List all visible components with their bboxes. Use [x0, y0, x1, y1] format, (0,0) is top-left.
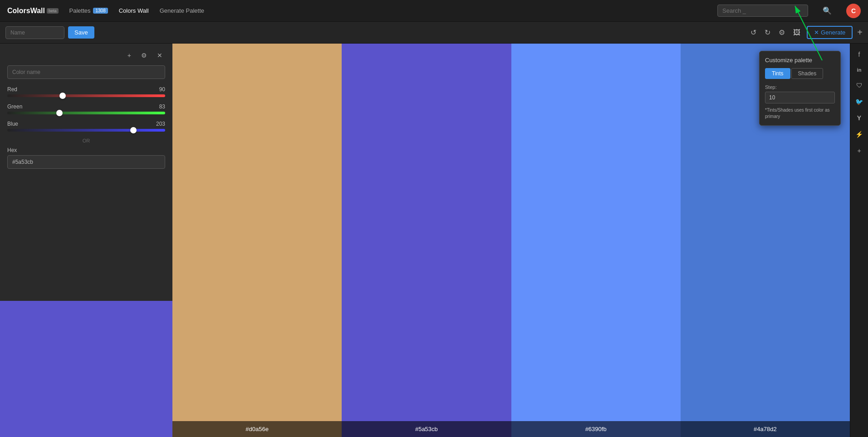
brand: ColorsWall beta	[7, 7, 59, 15]
customize-palette-popup: Customize palette Tints Shades Step: *Ti…	[759, 51, 841, 126]
top-navigation: ColorsWall beta Palettes 1308 Colors Wal…	[0, 0, 868, 22]
settings-color-icon-button[interactable]: ⚙	[138, 51, 150, 60]
palette-name-input[interactable]	[5, 26, 64, 39]
hex-label: Hex	[7, 147, 165, 153]
nav-colors-wall[interactable]: Colors Wall	[119, 7, 149, 14]
swatches-area: #d0a56e #5a53cb #6390fb #4a78d2	[172, 44, 850, 437]
swatch-2[interactable]: #5a53cb	[342, 44, 511, 437]
nav-palettes[interactable]: Palettes 1308	[69, 7, 108, 14]
green-value: 83	[159, 103, 165, 110]
red-value: 90	[159, 86, 165, 93]
green-slider-thumb[interactable]	[56, 110, 63, 116]
customize-note: *Tints/Shades uses first color as primar…	[765, 107, 835, 120]
red-label: Red	[7, 86, 17, 93]
step-label: Step:	[765, 84, 835, 90]
swatch-label-2: #5a53cb	[342, 421, 511, 437]
second-color-preview	[0, 301, 172, 437]
svg-line-1	[795, 6, 822, 60]
main-area: + ⚙ ✕ Red 90 Green 83	[0, 44, 868, 437]
red-slider-thumb[interactable]	[59, 93, 66, 99]
blue-value: 203	[156, 121, 165, 127]
yc-button[interactable]: Y	[850, 111, 868, 125]
swatches-row: #d0a56e #5a53cb #6390fb #4a78d2	[172, 44, 850, 437]
green-slider-group: Green 83	[7, 103, 165, 114]
swatch-3[interactable]: #6390fb	[511, 44, 681, 437]
color-editor-panel: + ⚙ ✕ Red 90 Green 83	[0, 44, 172, 437]
tints-tab[interactable]: Tints	[765, 68, 790, 79]
brand-name: ColorsWall	[7, 7, 45, 15]
swatch-label-1: #d0a56e	[172, 421, 342, 437]
save-button[interactable]: Save	[68, 26, 94, 39]
panel-top-icons: + ⚙ ✕	[7, 51, 165, 60]
swatch-1[interactable]: #d0a56e	[172, 44, 342, 437]
nav-palettes-label[interactable]: Palettes	[69, 7, 91, 14]
close-color-icon-button[interactable]: ✕	[154, 51, 165, 60]
green-slider-track[interactable]	[7, 112, 165, 114]
brand-beta: beta	[47, 8, 59, 14]
nav-generate-palette[interactable]: Generate Palette	[160, 7, 204, 14]
pocket-button[interactable]: 🛡	[850, 78, 868, 93]
right-sidebar: f in 🛡 🐦 Y ⚡ +	[850, 44, 868, 437]
undo-button[interactable]: ↺	[749, 26, 758, 39]
more-social-button[interactable]: +	[850, 143, 868, 158]
red-slider-group: Red 90	[7, 86, 165, 97]
or-divider: OR	[7, 138, 165, 143]
toolbar: Save ↺ ↻ ⚙ 🖼 ✕ Generate +	[0, 22, 868, 44]
add-color-icon-button[interactable]: +	[125, 51, 134, 60]
shades-tab[interactable]: Shades	[791, 68, 824, 79]
blue-slider-thumb[interactable]	[130, 127, 137, 133]
swatch-label-4: #4a78d2	[681, 421, 850, 437]
color-name-input[interactable]	[7, 65, 165, 79]
hex-input[interactable]	[7, 155, 165, 169]
twitter-button[interactable]: 🐦	[850, 94, 868, 109]
red-slider-track[interactable]	[7, 94, 165, 97]
customize-tabs: Tints Shades	[765, 68, 835, 79]
blue-label: Blue	[7, 121, 18, 127]
palettes-badge: 1308	[93, 8, 108, 14]
blue-slider-track[interactable]	[7, 129, 165, 132]
blue-slider-group: Blue 203	[7, 121, 165, 132]
step-input[interactable]	[765, 92, 835, 103]
arrow-indicator	[786, 0, 868, 65]
redo-button[interactable]: ↻	[763, 26, 772, 39]
green-label: Green	[7, 103, 22, 110]
buffer-button[interactable]: ⚡	[850, 127, 868, 142]
swatch-label-3: #6390fb	[511, 421, 681, 437]
linkedin-button[interactable]: in	[850, 64, 868, 76]
